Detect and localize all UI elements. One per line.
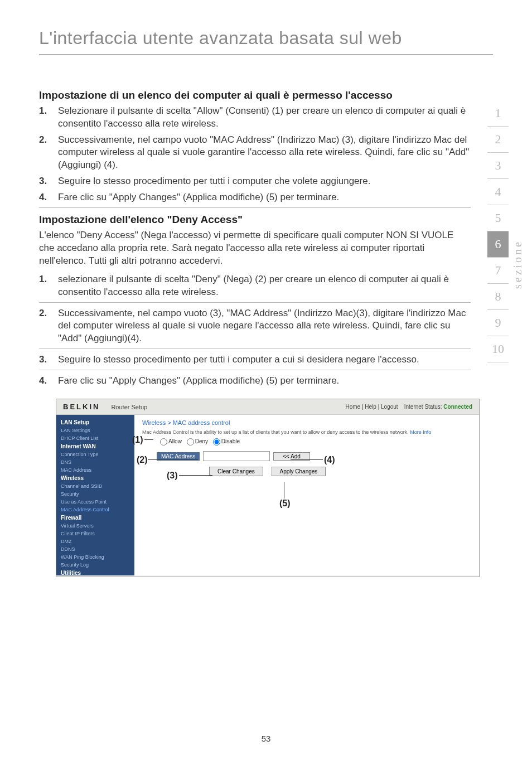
item-text: Fare clic su "Apply Changes" (Applica mo… <box>58 375 471 388</box>
callout-1: (1) <box>132 435 143 445</box>
sidebar-item[interactable]: LAN Settings <box>56 427 134 434</box>
item-text: Seguire lo stesso procedimento per tutti… <box>58 354 471 366</box>
sidebar-item-lan-setup[interactable]: LAN Setup <box>56 418 134 427</box>
list-item: 3. Seguire lo stesso procedimento per tu… <box>39 175 471 188</box>
item-number: 4. <box>39 191 58 204</box>
list-item: 1. Selezionare il pulsante di scelta "Al… <box>39 105 471 130</box>
breadcrumb: Wireless > MAC address control <box>142 419 471 426</box>
item-text: Selezionare il pulsante di scelta "Allow… <box>58 105 471 130</box>
ss-main: Wireless > MAC address control Mac Addre… <box>134 415 479 575</box>
mac-desc: Mac Address Control is the ability to se… <box>142 429 471 435</box>
side-nav-6[interactable]: 6 <box>487 231 509 258</box>
side-nav-10[interactable]: 10 <box>487 336 509 362</box>
ss-sidebar: LAN Setup LAN Settings DHCP Client List … <box>56 415 134 575</box>
item-number: 2. <box>39 134 58 172</box>
list-item: 4. Fare clic su "Apply Changes" (Applica… <box>39 375 471 388</box>
side-nav-7[interactable]: 7 <box>487 258 509 284</box>
top-links-left[interactable]: Home | Help | Logout <box>345 404 398 410</box>
item-number: 3. <box>39 354 58 366</box>
sidebar-item[interactable]: Security <box>56 490 134 498</box>
item-text: Fare clic su "Apply Changes" (Applica mo… <box>58 191 471 204</box>
radio-group: Allow Deny Disable <box>142 438 471 446</box>
sidebar-item[interactable]: WAN Ping Blocking <box>56 553 134 561</box>
sidebar-item[interactable]: DMZ <box>56 538 134 545</box>
item-number: 1. <box>39 273 58 299</box>
ss-header: BELKIN Router Setup Home | Help | Logout… <box>56 399 479 415</box>
divider <box>39 207 471 208</box>
apply-changes-button[interactable]: Apply Changes <box>272 467 326 476</box>
sidebar-item[interactable]: DHCP Client List <box>56 434 134 442</box>
section-b-heading: Impostazione dell'elenco "Deny Access" <box>39 212 471 227</box>
section-b-intro: L'elenco "Deny Access" (Nega l'accesso) … <box>39 229 471 268</box>
divider <box>39 370 471 370</box>
callout-line <box>179 475 212 476</box>
radio-allow[interactable] <box>160 438 167 446</box>
callout-5: (5) <box>279 498 291 509</box>
callout-line <box>291 459 323 460</box>
side-nav-1[interactable]: 1 <box>487 100 509 127</box>
callout-4: (4) <box>324 455 335 465</box>
callout-line <box>144 439 153 440</box>
item-number: 2. <box>39 307 58 346</box>
item-number: 3. <box>39 175 58 188</box>
title-underline <box>39 54 493 55</box>
item-text: Successivamente, nel campo vuoto (3), "M… <box>58 307 471 346</box>
sidebar-item-firewall[interactable]: Firewall <box>56 514 134 522</box>
list-item: 2. Successivamente, nel campo vuoto "MAC… <box>39 134 471 172</box>
divider <box>39 348 471 349</box>
callout-2: (2) <box>137 455 148 465</box>
list-item: 3. Seguire lo stesso procedimento per tu… <box>39 354 471 366</box>
list-item: 1. selezionare il pulsante di scelta "De… <box>39 273 471 299</box>
side-nav-3[interactable]: 3 <box>487 153 509 179</box>
section-a-heading: Impostazione di un elenco dei computer a… <box>39 88 471 103</box>
page-title: L'interfaccia utente avanzata basata sul… <box>0 0 532 54</box>
side-nav-4[interactable]: 4 <box>487 179 509 205</box>
item-number: 1. <box>39 105 58 130</box>
status-value: Connected <box>443 404 472 410</box>
side-nav-9[interactable]: 9 <box>487 310 509 336</box>
side-nav-2[interactable]: 2 <box>487 127 509 153</box>
router-screenshot: BELKIN Router Setup Home | Help | Logout… <box>56 399 480 577</box>
page-number: 53 <box>0 734 532 743</box>
sidebar-item[interactable]: Virtual Servers <box>56 522 134 530</box>
sidebar-item[interactable]: Security Log <box>56 561 134 569</box>
side-label-sezione: sezione <box>511 240 524 289</box>
sidebar-item[interactable]: MAC Address <box>56 466 134 474</box>
side-nav-5[interactable]: 5 <box>487 205 509 231</box>
sidebar-item-wireless[interactable]: Wireless <box>56 474 134 482</box>
radio-deny[interactable] <box>187 438 194 446</box>
item-text: selezionare il pulsante di scelta "Deny"… <box>58 273 471 299</box>
divider <box>39 302 471 303</box>
status-label: Internet Status: <box>404 404 442 410</box>
item-text: Seguire lo stesso procedimento per tutti… <box>58 175 471 188</box>
top-links: Home | Help | Logout Internet Status: Co… <box>345 404 472 410</box>
sidebar-item[interactable]: Channel and SSID <box>56 482 134 490</box>
more-info-link[interactable]: More Info <box>410 429 431 435</box>
mac-address-input[interactable] <box>203 451 270 461</box>
sidebar-item[interactable]: Connection Type <box>56 451 134 458</box>
main-content: Impostazione di un elenco dei computer a… <box>0 88 532 388</box>
belkin-logo: BELKIN <box>63 403 100 411</box>
sidebar-item[interactable]: DDNS <box>56 545 134 553</box>
sidebar-item[interactable]: Use as Access Point <box>56 498 134 506</box>
list-item: 2. Successivamente, nel campo vuoto (3),… <box>39 307 471 346</box>
radio-allow-label: Allow <box>168 438 182 444</box>
radio-deny-label: Deny <box>195 438 208 444</box>
side-nav: 1 2 3 4 5 6 7 8 9 10 <box>487 100 509 362</box>
sidebar-item-mac-address-control[interactable]: MAC Address Control <box>56 506 134 514</box>
sidebar-item[interactable]: DNS <box>56 458 134 466</box>
router-setup-label: Router Setup <box>111 404 147 410</box>
callout-line <box>148 459 198 460</box>
radio-disable-label: Disable <box>221 438 240 444</box>
side-nav-8[interactable]: 8 <box>487 284 509 310</box>
callout-3: (3) <box>167 471 178 481</box>
list-item: 4. Fare clic su "Apply Changes" (Applica… <box>39 191 471 204</box>
mac-desc-text: Mac Address Control is the ability to se… <box>142 429 409 435</box>
clear-changes-button[interactable]: Clear Changes <box>209 467 263 476</box>
sidebar-item-utilities[interactable]: Utilities <box>56 569 134 575</box>
item-text: Successivamente, nel campo vuoto "MAC Ad… <box>58 134 471 172</box>
sidebar-item-internet-wan[interactable]: Internet WAN <box>56 442 134 451</box>
callout-line <box>284 482 284 498</box>
radio-disable[interactable] <box>213 438 220 446</box>
sidebar-item[interactable]: Client IP Filters <box>56 530 134 538</box>
